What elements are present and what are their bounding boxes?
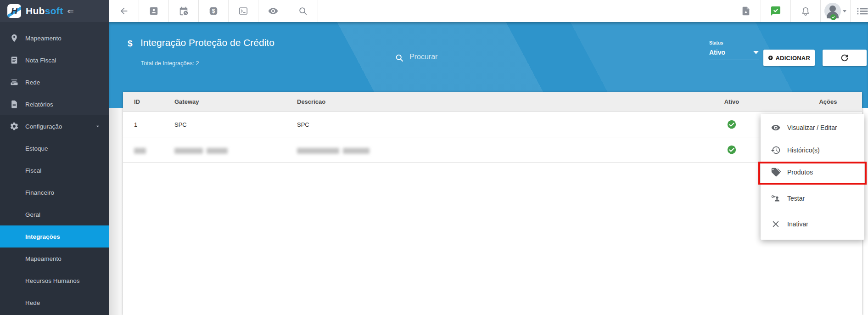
plus-circle-icon	[768, 53, 773, 62]
table-row[interactable]: 1 SPC SPC	[123, 112, 862, 137]
actions-context-menu: Visualizar / Editar Histórico(s) Produto…	[761, 114, 864, 240]
document-icon	[10, 56, 19, 65]
bell-icon	[801, 6, 811, 16]
search-icon	[395, 53, 404, 62]
table-header-row: ID Gateway Descricao Ativo Ações	[123, 92, 862, 112]
close-icon	[771, 219, 781, 229]
sidebar-config-group: Configuração Estoque Fiscal Financeiro G…	[0, 115, 109, 315]
cell-gateway-redacted	[174, 147, 289, 154]
column-header-id: ID	[134, 98, 166, 105]
active-check-icon	[727, 145, 737, 155]
sidebar-subitem-estoque[interactable]: Estoque	[0, 137, 109, 159]
topbar: H Hubsoft ⇐ $	[0, 0, 868, 22]
column-header-descricao: Descricao	[297, 98, 618, 105]
menu-item-inativar[interactable]: Inativar	[761, 215, 864, 233]
sidebar: Mapeamento Nota Fiscal Rede Relatórios C…	[0, 22, 109, 315]
sidebar-item-rede[interactable]: Rede	[0, 71, 109, 93]
add-button[interactable]: ADICIONAR	[763, 50, 815, 66]
sidebar-subitem-recursos-humanos[interactable]: Recursos Humanos	[0, 270, 109, 292]
calendar-button[interactable]	[169, 0, 199, 22]
approvals-button[interactable]	[761, 0, 791, 22]
hubsoft-logo-icon: H	[7, 4, 21, 18]
currency-icon: $	[208, 6, 218, 16]
history-icon	[771, 145, 781, 155]
menu-item-produtos[interactable]: Produtos	[761, 163, 864, 181]
table-row[interactable]	[123, 137, 862, 163]
sidebar-collapse-icon[interactable]: ⇐	[67, 6, 73, 16]
column-header-acoes: Ações	[794, 98, 862, 105]
chat-check-icon	[770, 6, 781, 17]
column-header-gateway: Gateway	[174, 98, 289, 105]
user-menu[interactable]	[821, 0, 851, 22]
map-pin-icon	[10, 34, 19, 43]
status-select-label: Status	[709, 40, 759, 45]
sidebar-subitem-integracoes[interactable]: Integrações	[0, 225, 109, 248]
pdf-file-icon	[741, 6, 751, 16]
status-selected-value: Ativo	[709, 49, 725, 56]
sidebar-item-relatorios[interactable]: Relatórios	[0, 93, 109, 115]
integrations-table-card: ID Gateway Descricao Ativo Ações 1 SPC S…	[123, 92, 862, 315]
contact-badge-icon	[149, 6, 159, 16]
tag-icon	[771, 167, 781, 177]
finance-button[interactable]: $	[199, 0, 229, 22]
cell-descricao: SPC	[297, 121, 618, 128]
pdf-export-button[interactable]	[731, 0, 761, 22]
online-status-icon	[830, 14, 836, 20]
eye-icon	[771, 123, 781, 133]
sidebar-subitem-rede[interactable]: Rede	[0, 292, 109, 314]
currency-title-icon: $	[128, 39, 133, 49]
avatar	[824, 3, 841, 19]
column-header-ativo: Ativo	[669, 98, 794, 105]
search-field-wrap	[395, 49, 597, 69]
refresh-icon	[840, 53, 850, 63]
dropdown-caret-icon	[753, 51, 759, 54]
page-subtitle: Total de Integrações: 2	[141, 60, 199, 67]
terminal-button[interactable]	[229, 0, 258, 22]
brand-text: Hubsoft	[26, 6, 63, 17]
sidebar-item-configuracao[interactable]: Configuração	[0, 115, 109, 137]
cell-id: 1	[134, 121, 166, 128]
refresh-button[interactable]	[823, 50, 867, 66]
active-check-icon	[727, 119, 737, 129]
right-panel-toggle[interactable]	[851, 0, 868, 22]
sidebar-subitem-geral[interactable]: Geral	[0, 203, 109, 225]
chevron-down-icon	[95, 123, 101, 129]
sidebar-subitem-fiscal[interactable]: Fiscal	[0, 159, 109, 181]
key-person-icon	[771, 193, 781, 203]
list-menu-icon	[857, 6, 868, 16]
sidebar-edge-shadow	[109, 108, 124, 315]
back-arrow-icon	[119, 6, 129, 16]
sidebar-subitem-mapeamento[interactable]: Mapeamento	[0, 248, 109, 270]
search-icon	[298, 6, 308, 16]
chevron-down-icon	[843, 10, 846, 12]
menu-item-testar[interactable]: Testar	[761, 189, 864, 208]
gear-icon	[10, 122, 19, 131]
network-icon	[10, 78, 19, 87]
logo[interactable]: H Hubsoft ⇐	[0, 0, 109, 22]
notifications-button[interactable]	[791, 0, 821, 22]
page-title: Integração Proteção de Crédito	[140, 37, 274, 48]
cell-descricao-redacted	[297, 147, 618, 154]
menu-item-visualizar-editar[interactable]: Visualizar / Editar	[761, 118, 864, 137]
back-button[interactable]	[109, 0, 139, 22]
contacts-button[interactable]	[139, 0, 169, 22]
status-select[interactable]: Status Ativo	[709, 40, 759, 60]
sidebar-item-mapeamento[interactable]: Mapeamento	[0, 27, 109, 49]
search-button[interactable]	[288, 0, 318, 22]
search-input[interactable]	[409, 49, 594, 65]
report-icon	[10, 100, 19, 109]
cell-gateway: SPC	[174, 121, 289, 128]
terminal-icon	[238, 6, 248, 16]
eye-icon	[268, 6, 279, 17]
svg-text:$: $	[212, 8, 215, 14]
calendar-clock-icon	[179, 6, 189, 16]
cell-id-redacted	[134, 147, 166, 154]
sidebar-subitem-financeiro[interactable]: Financeiro	[0, 181, 109, 203]
sidebar-item-nota-fiscal[interactable]: Nota Fiscal	[0, 49, 109, 71]
visibility-button[interactable]	[258, 0, 288, 22]
menu-item-historicos[interactable]: Histórico(s)	[761, 141, 864, 159]
